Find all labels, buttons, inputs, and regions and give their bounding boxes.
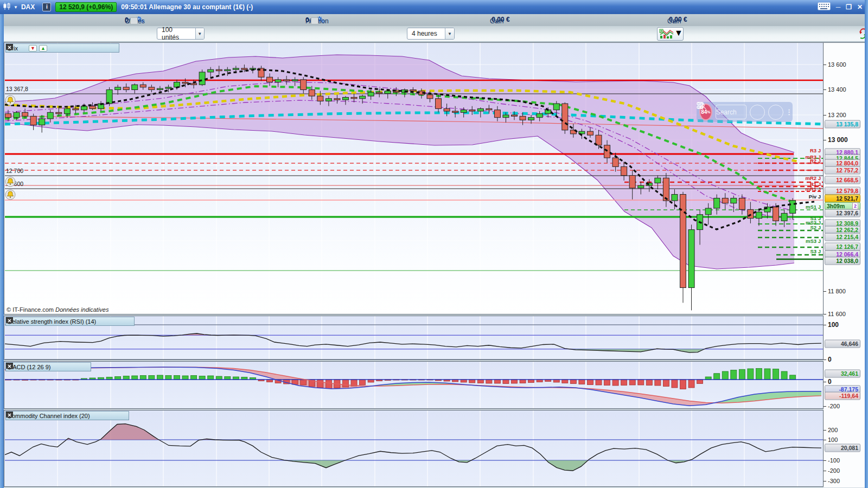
axis-tick-mark (824, 406, 826, 407)
alarm-bell-icon[interactable] (5, 95, 15, 105)
minimize-button[interactable]: ─ (836, 3, 841, 11)
macd-histogram-bar (722, 371, 728, 380)
search-overlay[interactable]: 84% Search ⋮ (697, 102, 793, 122)
candle (267, 77, 273, 82)
candle (301, 80, 307, 90)
units-dropdown-caret[interactable]: ▼ (195, 28, 204, 39)
cci-panel[interactable]: Commodity Channel index (20) (4, 410, 824, 487)
arrow-up-icon[interactable]: ▲ (39, 45, 47, 52)
macd-histogram-bar (512, 380, 518, 383)
candle (106, 90, 112, 104)
axis-value-badge: -119,64 (825, 392, 860, 400)
pivot-label: Piv J (809, 194, 821, 200)
macd-histogram-bar (655, 380, 661, 386)
macd-histogram-bar (461, 380, 467, 382)
candle (672, 194, 678, 201)
candle (714, 198, 720, 208)
candle (688, 230, 694, 288)
candle (275, 80, 281, 82)
candle (520, 116, 526, 120)
price-chart-panel[interactable]: R3 JmR3 JR2 JmR2 JR1 JmR1 JPiv JmS1 JS1 … (4, 42, 824, 314)
macd-histogram-bar (157, 375, 163, 380)
timeframe-dropdown-caret[interactable]: ▼ (445, 28, 454, 39)
units-dropdown[interactable]: 100 unités ▼ (157, 28, 205, 40)
macd-histogram-bar (638, 380, 644, 385)
axis-tick-mark (824, 115, 826, 115)
level-label: 12 700 (6, 168, 23, 174)
candle (629, 176, 635, 188)
position-box-icon[interactable] (311, 17, 318, 24)
document-history-icon[interactable] (768, 105, 783, 120)
axis-tick-label: 13 400 (828, 86, 846, 93)
axis-tick-mark (824, 460, 826, 461)
keyboard-icon[interactable] (818, 2, 831, 12)
apps-grid-icon[interactable] (750, 105, 765, 120)
macd-histogram-bar (756, 369, 762, 380)
chart-toolbar: 100 unités ▼ 4 heures ▼ ▼ (0, 26, 868, 42)
macd-histogram-bar (292, 380, 298, 384)
maximize-button[interactable]: ❐ (846, 3, 852, 11)
macd-histogram-bar (123, 376, 129, 380)
axis-value-badge: 12 521,7 (825, 195, 860, 203)
arrow-down-icon[interactable]: ▼ (29, 45, 37, 52)
candle (477, 108, 483, 111)
axis-tick-mark (824, 382, 826, 382)
candle (22, 112, 28, 116)
instrument-name[interactable]: DAX (21, 3, 35, 11)
macd-histogram-bar (553, 380, 559, 382)
axis-value-badge: 12 038,0 (825, 257, 860, 265)
axis-tick-mark (824, 291, 826, 292)
candle (199, 72, 205, 85)
candle (81, 106, 87, 110)
axis-tick-label: 100 (828, 321, 839, 329)
macd-histogram-bar (494, 380, 500, 383)
alarm-bell-icon[interactable] (5, 177, 15, 187)
candle (655, 178, 661, 183)
candle (537, 114, 542, 118)
position-summary: Position : 0/ 0 (305, 16, 326, 24)
indicator-chart-icon (659, 29, 674, 40)
macd-line (5, 367, 821, 406)
macd-histogram-bar (208, 376, 214, 380)
rsi-panel-header: Relative strength index (RSI) (14) (5, 317, 135, 326)
candlestick-icon (3, 2, 11, 12)
overlay-menu-dots[interactable]: ⋮ (786, 108, 793, 116)
gain-latent: Gain latent : 0,00 € (490, 16, 510, 23)
candle (528, 118, 534, 120)
rsi-panel[interactable]: Relative strength index (RSI) (14) (4, 316, 824, 360)
orders-box-icon[interactable] (130, 17, 138, 24)
cci-chart (4, 410, 824, 487)
macd-histogram-bar (596, 380, 602, 385)
candle (47, 112, 53, 119)
macd-title: MACD (12 26 9) (8, 364, 50, 370)
candle (444, 108, 450, 111)
macd-histogram-bar (773, 369, 779, 380)
title-bar: ▼ DAX i 12 520,9 (+0,96%) 09:50:01 Allem… (0, 0, 868, 15)
add-indicator-button[interactable]: ▼ (657, 27, 684, 41)
left-scroll-strip (0, 14, 4, 488)
info-icon[interactable]: i (42, 3, 51, 11)
candle (587, 131, 593, 135)
axis-tick-mark (824, 481, 826, 481)
candle (64, 108, 70, 113)
macd-histogram-bar (140, 376, 146, 380)
instrument-dropdown-caret[interactable]: ▼ (14, 5, 18, 10)
close-button[interactable]: ✕ (857, 3, 863, 11)
axis-tick-mark (824, 440, 826, 440)
search-input[interactable]: Search (716, 105, 746, 119)
candle (309, 90, 315, 97)
axis-tick-label: -100 (828, 457, 840, 464)
alarm-bell-icon[interactable] (5, 190, 15, 200)
macd-histogram-bar (174, 376, 180, 380)
indicator-dropdown-caret[interactable]: ▼ (674, 28, 683, 40)
candle (436, 99, 442, 109)
axis-tick-mark (824, 430, 826, 431)
session-info: 09:50:01 Allemagne 30 au comptant (1€) (… (121, 3, 253, 11)
macd-histogram-bar (781, 371, 787, 380)
candle (360, 96, 366, 99)
macd-panel[interactable]: MACD (12 26 9) (4, 361, 824, 409)
macd-histogram-bar (360, 380, 366, 385)
timeframe-dropdown[interactable]: 4 heures ▼ (407, 28, 455, 40)
candle (494, 110, 500, 118)
price-axis: 13 60013 40013 20013 00011 80011 6001000… (824, 42, 865, 487)
